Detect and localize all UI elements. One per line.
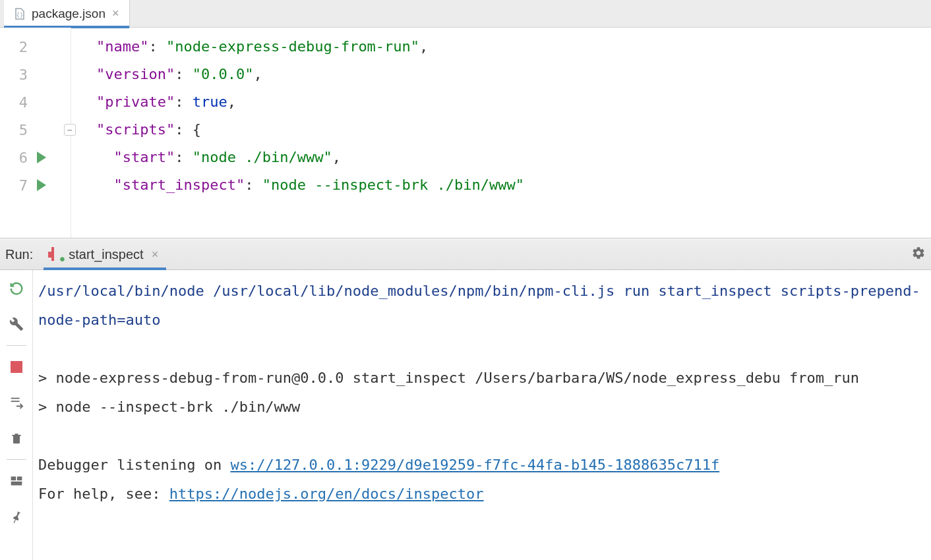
toolbar-divider [7, 345, 26, 346]
svg-text:{}: {} [16, 12, 24, 18]
gear-icon[interactable] [911, 246, 926, 263]
line-number: 6 [8, 150, 28, 166]
run-script-icon[interactable] [37, 179, 46, 191]
gutter-line[interactable]: 4 [0, 88, 71, 116]
gutter-line[interactable]: 5 − [0, 116, 71, 144]
json-key: "name" [96, 38, 148, 55]
json-file-icon: {} [13, 7, 26, 20]
console-line: For help, see: [38, 486, 169, 502]
trash-icon[interactable] [7, 429, 26, 447]
gutter-line[interactable]: 3 [0, 61, 71, 88]
json-key: "start_inspect" [114, 177, 245, 193]
run-label: Run: [5, 247, 33, 262]
console-line: Debugger listening on [38, 457, 230, 473]
tab-filename: package.json [32, 7, 105, 21]
json-key: "version" [96, 66, 175, 82]
wrench-icon[interactable] [7, 315, 26, 333]
run-panel-body: /usr/local/bin/node /usr/local/lib/node_… [0, 270, 931, 560]
run-panel-header: Run: start_inspect × [0, 238, 931, 270]
svg-rect-6 [11, 482, 22, 486]
run-script-icon[interactable] [37, 152, 46, 163]
line-number: 2 [8, 39, 28, 55]
stop-button[interactable] [7, 358, 26, 376]
code-editor[interactable]: "name": "node-express-debug-from-run", "… [71, 28, 931, 238]
run-toolbar [0, 270, 33, 560]
scroll-to-end-icon[interactable] [7, 393, 26, 412]
json-string: "0.0.0" [193, 66, 254, 82]
line-number: 5 [8, 122, 28, 138]
json-bool: true [193, 94, 227, 110]
fold-icon[interactable]: − [64, 124, 76, 136]
console-line: > node-express-debug-from-run@0.0.0 star… [38, 370, 859, 386]
svg-rect-1 [11, 361, 22, 373]
gutter-line[interactable]: 6 [0, 144, 71, 171]
editor-gutter: 2 3 4 5 − 6 7 [0, 28, 71, 238]
layout-icon[interactable] [7, 472, 26, 490]
json-key: "scripts" [96, 121, 175, 138]
svg-rect-4 [11, 476, 16, 480]
run-tab-start-inspect[interactable]: start_inspect × [44, 239, 166, 269]
pin-icon[interactable] [7, 507, 26, 526]
close-icon[interactable]: × [152, 248, 159, 262]
toolbar-divider [7, 459, 26, 460]
rerun-button[interactable] [7, 279, 26, 298]
close-icon[interactable]: × [111, 7, 121, 20]
json-string: "node-express-debug-from-run" [166, 38, 419, 55]
line-number: 7 [8, 177, 28, 194]
json-key: "start" [114, 149, 175, 165]
svg-rect-3 [11, 401, 19, 402]
json-string: "node ./bin/www" [193, 149, 332, 165]
console-line: > node --inspect-brk ./bin/www [38, 399, 300, 415]
npm-run-config-icon [51, 248, 63, 260]
svg-rect-2 [11, 398, 19, 399]
run-tab-label: start_inspect [69, 247, 143, 262]
console-command: /usr/local/bin/node /usr/local/lib/node_… [38, 283, 920, 328]
editor-body: 2 3 4 5 − 6 7 "name": "node-express-debu… [0, 28, 931, 238]
svg-rect-5 [16, 476, 22, 480]
console-output[interactable]: /usr/local/bin/node /usr/local/lib/node_… [33, 270, 931, 560]
gutter-line[interactable]: 7 [0, 171, 71, 199]
editor-tab-bar: {} package.json × [0, 0, 931, 28]
help-link[interactable]: https://nodejs.org/en/docs/inspector [169, 486, 484, 502]
editor-tab-package-json[interactable]: {} package.json × [4, 0, 130, 27]
json-brace: { [193, 121, 201, 138]
json-string: "node --inspect-brk ./bin/www" [262, 177, 524, 193]
line-number: 4 [8, 94, 28, 111]
line-number: 3 [8, 67, 28, 83]
json-key: "private" [96, 94, 175, 110]
gutter-line[interactable]: 2 [0, 33, 71, 61]
debugger-ws-link[interactable]: ws://127.0.0.1:9229/d9e19259-f7fc-44fa-b… [230, 457, 719, 473]
run-tool-window: Run: start_inspect × [0, 238, 931, 560]
